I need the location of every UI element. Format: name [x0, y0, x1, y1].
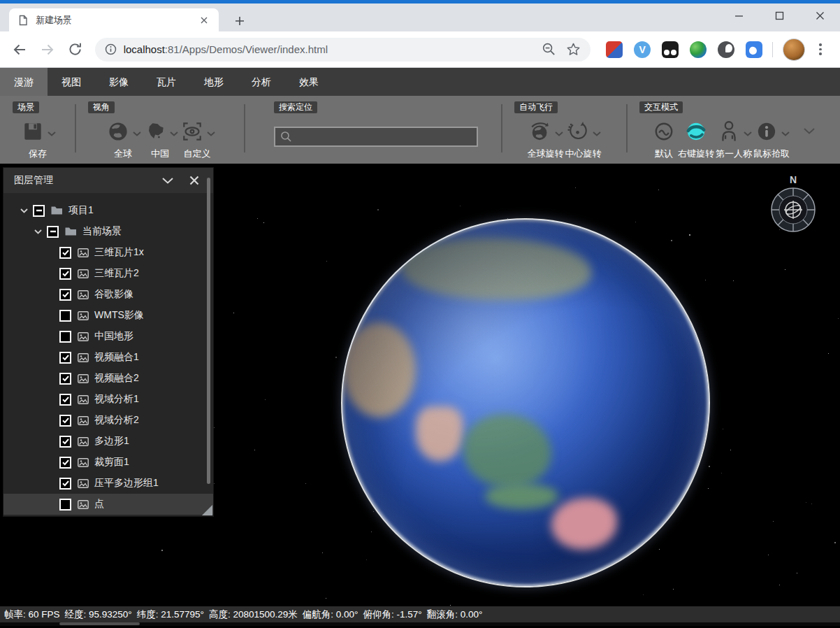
tab-close-icon[interactable]	[198, 14, 210, 27]
layer-visibility-checkbox[interactable]	[59, 247, 71, 259]
layer-visibility-checkbox[interactable]	[59, 457, 71, 469]
right-drag-rotate-label: 右键旋转	[678, 148, 714, 160]
url-bar[interactable]: localhost:81/Apps/Demos/Viewer/index.htm…	[95, 38, 591, 62]
layer-visibility-checkbox[interactable]	[59, 499, 71, 511]
zoom-out-icon[interactable]	[542, 42, 556, 57]
avatar[interactable]	[783, 38, 805, 61]
save-button[interactable]: 保存	[20, 117, 56, 160]
global-view-label: 全球	[114, 148, 132, 160]
star-icon[interactable]	[566, 42, 581, 57]
layer-image-icon	[78, 479, 89, 488]
group-interact: 交互模式 默认 右键旋转	[627, 96, 814, 164]
panel-scrollbar[interactable]	[207, 178, 210, 484]
menu-tab-imagery[interactable]: 影像	[95, 68, 143, 96]
layer-tree-row[interactable]: 点	[3, 494, 213, 515]
layer-visibility-checkbox[interactable]	[47, 226, 59, 238]
right-drag-rotate-button[interactable]: 右键旋转	[678, 117, 714, 160]
layer-panel-header[interactable]: 图层管理	[3, 168, 213, 193]
search-box[interactable]	[274, 127, 478, 147]
layer-tree-row[interactable]: 视域分析1	[3, 389, 213, 410]
layer-visibility-checkbox[interactable]	[59, 373, 71, 385]
map-3d-viewport[interactable]: N 图层管理 项目1当前场景三维瓦片1x三维瓦片2谷歌	[0, 164, 840, 606]
chevron-down-icon[interactable]	[207, 131, 215, 136]
layer-visibility-checkbox[interactable]	[59, 436, 71, 448]
layer-tree-row[interactable]: 裁剪面1	[3, 452, 213, 473]
layer-tree-row[interactable]: 多边形1	[3, 431, 213, 452]
custom-view-button[interactable]: 自定义	[180, 117, 215, 160]
layer-visibility-checkbox[interactable]	[59, 310, 71, 322]
minimize-button[interactable]	[718, 0, 759, 31]
layer-visibility-checkbox[interactable]	[59, 478, 71, 490]
forward-button[interactable]	[36, 38, 59, 62]
layer-visibility-checkbox[interactable]	[59, 415, 71, 427]
green-globe-extension-icon[interactable]	[690, 41, 707, 58]
menu-tab-view[interactable]: 视图	[48, 68, 95, 96]
new-tab-button[interactable]	[231, 12, 249, 30]
layer-visibility-checkbox[interactable]	[59, 331, 71, 343]
china-map-icon	[143, 119, 168, 144]
back-button[interactable]	[8, 38, 31, 62]
v-letter-extension-icon[interactable]: V	[634, 41, 651, 58]
chevron-down-icon[interactable]	[133, 131, 141, 136]
layer-tree-row[interactable]: 项目1	[3, 200, 213, 221]
menu-tab-tiles[interactable]: 瓦片	[143, 68, 190, 96]
layer-label: 裁剪面1	[94, 456, 129, 469]
kebab-menu-icon[interactable]	[811, 43, 830, 55]
browser-tab[interactable]: 新建场景	[9, 8, 219, 31]
chevron-down-icon[interactable]	[593, 131, 601, 136]
layer-tree-row[interactable]: 视域分析2	[3, 410, 213, 431]
china-view-label: 中国	[151, 148, 169, 160]
layer-visibility-checkbox[interactable]	[59, 394, 71, 406]
earth-globe[interactable]	[341, 218, 710, 587]
dark-circle-extension-icon[interactable]	[718, 41, 734, 58]
compass[interactable]: N	[770, 174, 816, 236]
compass-ring-icon[interactable]	[770, 187, 816, 233]
menu-tab-effects[interactable]: 效果	[285, 68, 333, 96]
layer-tree-row[interactable]: 谷歌影像	[3, 284, 213, 305]
layer-visibility-checkbox[interactable]	[33, 205, 45, 217]
global-rotate-button[interactable]: 全球旋转	[528, 117, 564, 160]
layer-tree-row[interactable]: WMTS影像	[3, 305, 213, 326]
tree-expand-chevron-icon[interactable]	[31, 229, 44, 234]
tree-expand-chevron-icon[interactable]	[17, 208, 30, 213]
chevron-down-icon[interactable]	[48, 131, 56, 136]
panel-collapse-button[interactable]	[159, 172, 176, 189]
layer-tree-row[interactable]: 三维瓦片2	[3, 263, 213, 284]
layer-tree-row[interactable]: 中国地形	[3, 326, 213, 347]
layer-tree-row[interactable]: 视频融合2	[3, 368, 213, 389]
chevron-down-icon[interactable]	[744, 131, 752, 136]
layer-visibility-checkbox[interactable]	[59, 268, 71, 280]
layer-tree-row[interactable]: 当前场景	[3, 221, 213, 242]
layer-label: 谷歌影像	[94, 288, 133, 301]
close-window-button[interactable]	[799, 0, 840, 31]
panel-resize-grip[interactable]	[202, 505, 212, 515]
ribbon-collapse-chevron-icon[interactable]	[804, 128, 815, 134]
center-rotate-button[interactable]: 中心旋转	[565, 117, 602, 160]
china-view-button[interactable]: 中国	[143, 117, 178, 160]
layer-tree-row[interactable]: 三维瓦片1x	[3, 242, 213, 263]
panel-close-button[interactable]	[186, 172, 203, 189]
reload-button[interactable]	[64, 38, 87, 62]
menu-tab-analysis[interactable]: 分析	[238, 68, 285, 96]
mouse-pick-button[interactable]: 鼠标拾取	[753, 117, 790, 160]
chevron-down-icon[interactable]	[781, 131, 790, 136]
blue-badge-extension-icon[interactable]	[746, 41, 762, 58]
info-icon[interactable]	[105, 43, 117, 55]
chevron-down-icon[interactable]	[170, 131, 178, 136]
global-view-button[interactable]: 全球	[106, 117, 141, 160]
horizontal-scrollbar-thumb[interactable]	[59, 622, 140, 625]
first-person-button[interactable]: 第一人称	[716, 117, 752, 160]
menu-tab-terrain[interactable]: 地形	[190, 68, 238, 96]
layer-visibility-checkbox[interactable]	[59, 289, 71, 301]
red-blue-cube-extension-icon[interactable]	[606, 41, 623, 58]
url-text[interactable]: localhost:81/Apps/Demos/Viewer/index.htm…	[124, 43, 328, 55]
layer-tree-row[interactable]: 视频融合1	[3, 347, 213, 368]
maximize-button[interactable]	[759, 0, 799, 31]
search-input[interactable]	[296, 131, 472, 142]
menu-tab-roam[interactable]: 漫游	[0, 68, 48, 96]
layer-visibility-checkbox[interactable]	[59, 352, 71, 364]
default-mode-button[interactable]: 默认	[651, 117, 676, 160]
chevron-down-icon[interactable]	[555, 131, 563, 136]
two-dots-extension-icon[interactable]	[662, 41, 679, 58]
layer-tree-row[interactable]: 压平多边形组1	[3, 473, 213, 494]
